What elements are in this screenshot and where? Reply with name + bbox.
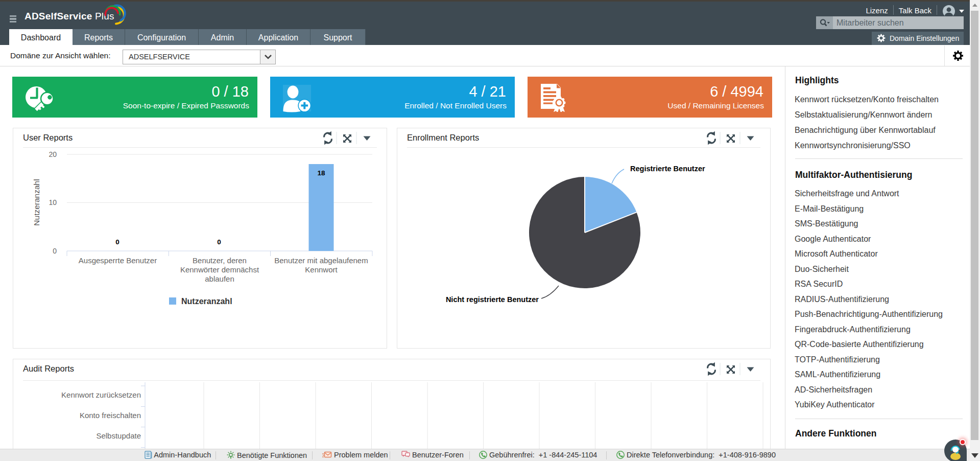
- svg-text:Kennwort zurücksetzen: Kennwort zurücksetzen: [61, 390, 141, 399]
- svg-text:Nutzeranzahl: Nutzeranzahl: [32, 179, 41, 225]
- svg-text:Ausgesperrte Benutzer: Ausgesperrte Benutzer: [79, 256, 157, 265]
- svg-text:0: 0: [115, 238, 119, 246]
- svg-text:20: 20: [49, 150, 57, 158]
- svg-text:Benutzer mit abgelaufenem: Benutzer mit abgelaufenem: [274, 256, 368, 265]
- svg-text:18: 18: [317, 169, 325, 177]
- svg-text:ablaufen: ablaufen: [205, 274, 234, 283]
- svg-text:Nutzeranzahl: Nutzeranzahl: [181, 297, 232, 306]
- svg-text:0: 0: [217, 238, 221, 246]
- svg-text:Registrierte Benutzer: Registrierte Benutzer: [630, 165, 705, 173]
- svg-text:Kennwort: Kennwort: [305, 265, 338, 274]
- svg-text:Benutzer, deren: Benutzer, deren: [193, 256, 247, 265]
- svg-text:Selbstupdate: Selbstupdate: [96, 431, 141, 440]
- svg-text:Konto freischalten: Konto freischalten: [80, 411, 141, 420]
- svg-text:Kennwörter demnächst: Kennwörter demnächst: [180, 265, 259, 274]
- svg-text:10: 10: [49, 198, 57, 206]
- svg-text:0: 0: [53, 247, 57, 255]
- svg-text:Nicht registrierte Benutzer: Nicht registrierte Benutzer: [446, 295, 539, 304]
